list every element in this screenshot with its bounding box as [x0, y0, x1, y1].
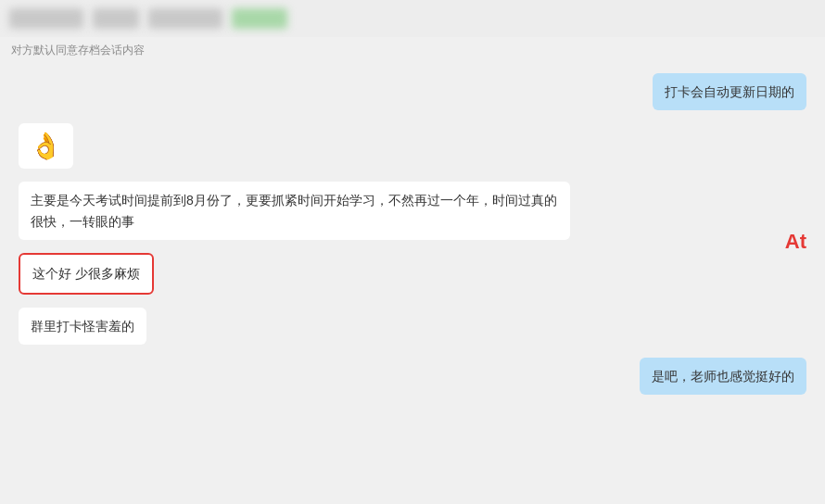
- bubble-1: 打卡会自动更新日期的: [653, 73, 806, 110]
- message-row-6: 是吧，老师也感觉挺好的: [19, 358, 806, 395]
- chat-area: 打卡会自动更新日期的 👌 主要是今天考试时间提前到8月份了，更要抓紧时间开始学习…: [0, 64, 825, 404]
- message-row-1: 打卡会自动更新日期的: [19, 73, 806, 110]
- bubble-6: 是吧，老师也感觉挺好的: [640, 358, 806, 395]
- bubble-5: 群里打卡怪害羞的: [19, 308, 146, 345]
- top-bar-blur-1: [9, 8, 83, 29]
- message-row-4: 这个好 少很多麻烦: [19, 253, 806, 294]
- top-bar-blur-4: [232, 8, 287, 29]
- bubble-3: 主要是今天考试时间提前到8月份了，更要抓紧时间开始学习，不然再过一个年，时间过真…: [19, 182, 570, 240]
- at-indicator[interactable]: At: [785, 230, 806, 254]
- bubble-4: 这个好 少很多麻烦: [19, 253, 154, 294]
- message-row-2: 👌: [19, 123, 806, 169]
- bubble-2: 👌: [19, 123, 73, 169]
- top-bar-blur-2: [93, 8, 139, 29]
- message-row-5: 群里打卡怪害羞的: [19, 308, 806, 345]
- message-row-3: 主要是今天考试时间提前到8月份了，更要抓紧时间开始学习，不然再过一个年，时间过真…: [19, 182, 806, 240]
- top-bar: [0, 0, 825, 37]
- status-text: 对方默认同意存档会话内容: [11, 44, 145, 57]
- status-bar: 对方默认同意存档会话内容: [0, 37, 825, 64]
- top-bar-blur-3: [148, 8, 222, 29]
